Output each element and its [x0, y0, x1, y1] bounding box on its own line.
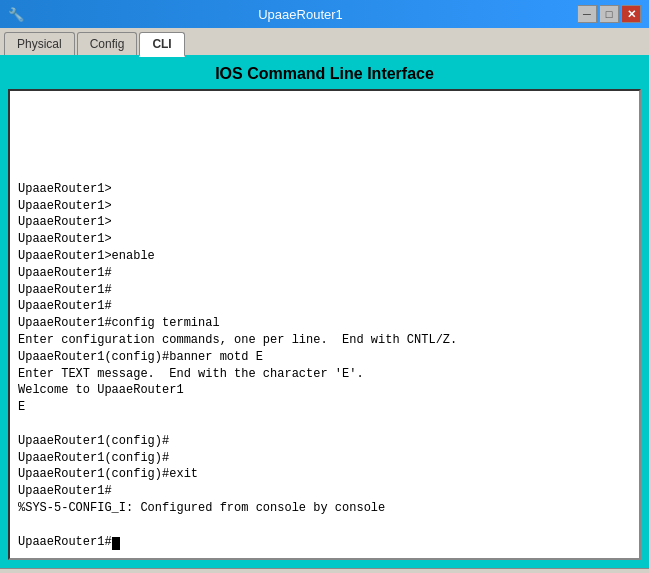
section-title: IOS Command Line Interface: [8, 65, 641, 83]
cli-container: UpaaeRouter1> UpaaeRouter1> UpaaeRouter1…: [8, 89, 641, 560]
bottom-bar: Copy Paste: [0, 568, 649, 573]
close-button[interactable]: ✕: [621, 5, 641, 23]
title-controls: ─ □ ✕: [577, 5, 641, 23]
cli-cursor: [112, 537, 120, 550]
app-icon: 🔧: [8, 6, 24, 22]
maximize-button[interactable]: □: [599, 5, 619, 23]
window-body: IOS Command Line Interface UpaaeRouter1>…: [0, 57, 649, 568]
tab-config[interactable]: Config: [77, 32, 138, 55]
window-title: UpaaeRouter1: [24, 7, 577, 22]
tab-physical[interactable]: Physical: [4, 32, 75, 55]
title-bar-left: 🔧: [8, 6, 24, 22]
minimize-button[interactable]: ─: [577, 5, 597, 23]
tab-bar: Physical Config CLI: [0, 28, 649, 57]
title-bar: 🔧 UpaaeRouter1 ─ □ ✕: [0, 0, 649, 28]
tab-cli[interactable]: CLI: [139, 32, 184, 57]
cli-output[interactable]: UpaaeRouter1> UpaaeRouter1> UpaaeRouter1…: [10, 91, 639, 558]
